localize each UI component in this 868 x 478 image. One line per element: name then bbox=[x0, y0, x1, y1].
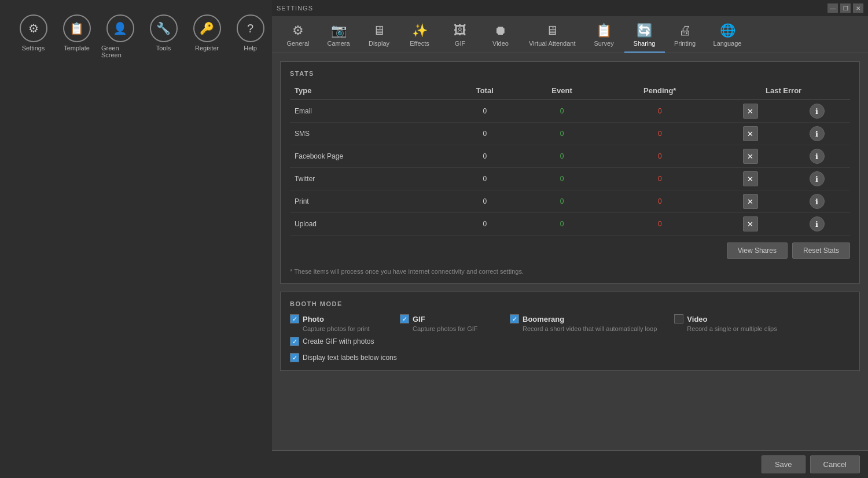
restore-button[interactable]: ❐ bbox=[840, 3, 851, 13]
booth-option-label-gif: GIF bbox=[413, 315, 425, 323]
reset-stats-button[interactable]: Reset Stats bbox=[792, 242, 850, 259]
stat-clear-btn-cell[interactable]: ✕ bbox=[717, 123, 784, 145]
stat-info-button[interactable]: ℹ bbox=[810, 216, 825, 231]
stat-info-button[interactable]: ℹ bbox=[810, 194, 825, 209]
stat-type: Upload bbox=[290, 213, 448, 236]
nav-item-language[interactable]: 🌐 Language bbox=[705, 20, 750, 53]
language-nav-icon: 🌐 bbox=[720, 23, 735, 38]
display-nav-icon: 🖥 bbox=[373, 23, 385, 38]
stat-clear-button[interactable]: ✕ bbox=[743, 149, 758, 164]
printing-nav-icon: 🖨 bbox=[679, 23, 692, 38]
booth-mode-panel: BOOTH MODE ✓PhotoCapture photos for prin… bbox=[280, 292, 860, 371]
col-lasterror: Last Error bbox=[717, 84, 850, 100]
gif-nav-icon: 🖼 bbox=[454, 23, 466, 38]
stat-type: SMS bbox=[290, 123, 448, 145]
stat-info-button[interactable]: ℹ bbox=[810, 126, 825, 141]
stat-total: 0 bbox=[448, 213, 521, 236]
stat-clear-btn-cell[interactable]: ✕ bbox=[717, 145, 784, 168]
close-button[interactable]: ✕ bbox=[853, 3, 863, 13]
register-icon: 🔑 bbox=[193, 14, 221, 42]
stat-event: 0 bbox=[521, 190, 603, 213]
checkbox-gif[interactable]: ✓ bbox=[400, 314, 409, 323]
stat-clear-button[interactable]: ✕ bbox=[743, 104, 758, 119]
booth-option-gif: ✓GIFCapture photos for GIF bbox=[400, 314, 492, 332]
stat-info-button[interactable]: ℹ bbox=[810, 104, 825, 119]
survey-nav-icon: 📋 bbox=[596, 23, 612, 38]
checkbox-boomerang[interactable]: ✓ bbox=[510, 314, 519, 323]
sidebar-item-settings[interactable]: ⚙ Settings bbox=[12, 12, 55, 61]
title-bar: SETTINGS — ❐ ✕ bbox=[272, 0, 868, 16]
display-text-labels-item: ✓ Display text labels below icons bbox=[290, 353, 850, 362]
greenscreen-icon: 👤 bbox=[106, 14, 134, 42]
nav-item-sharing[interactable]: 🔄 Sharing bbox=[624, 20, 665, 53]
checkbox-create_gif[interactable]: ✓ bbox=[290, 337, 299, 346]
table-row: SMS 0 0 0 ✕ ℹ bbox=[290, 123, 850, 145]
checkbox-video[interactable] bbox=[674, 314, 683, 323]
stat-clear-btn-cell[interactable]: ✕ bbox=[717, 190, 784, 213]
nav-item-video[interactable]: ⏺ Video bbox=[480, 20, 521, 53]
stat-pending: 0 bbox=[602, 213, 717, 236]
stats-panel: STATS Type Total Event Pending* Last Err… bbox=[280, 61, 860, 284]
nav-item-camera[interactable]: 📷 Camera bbox=[318, 20, 359, 53]
cancel-button[interactable]: Cancel bbox=[810, 455, 860, 473]
booth-option-label-video: Video bbox=[687, 315, 707, 323]
stat-info-button[interactable]: ℹ bbox=[810, 149, 825, 164]
stat-info-btn-cell[interactable]: ℹ bbox=[784, 100, 850, 123]
stat-total: 0 bbox=[448, 168, 521, 190]
minimize-button[interactable]: — bbox=[827, 3, 838, 13]
scroll-area[interactable]: STATS Type Total Event Pending* Last Err… bbox=[272, 53, 868, 450]
stat-event: 0 bbox=[521, 100, 603, 123]
nav-item-general[interactable]: ⚙ General bbox=[278, 20, 318, 53]
stat-pending: 0 bbox=[602, 145, 717, 168]
save-button[interactable]: Save bbox=[762, 455, 806, 473]
nav-item-display[interactable]: 🖥 Display bbox=[359, 20, 399, 53]
stat-info-btn-cell[interactable]: ℹ bbox=[784, 123, 850, 145]
stat-clear-button[interactable]: ✕ bbox=[743, 126, 758, 141]
sharing-nav-icon: 🔄 bbox=[637, 23, 652, 38]
nav-item-printing[interactable]: 🖨 Printing bbox=[665, 20, 705, 53]
stat-clear-btn-cell[interactable]: ✕ bbox=[717, 100, 784, 123]
table-row: Upload 0 0 0 ✕ ℹ bbox=[290, 213, 850, 236]
view-shares-button[interactable]: View Shares bbox=[727, 242, 788, 259]
checkbox-photo[interactable]: ✓ bbox=[290, 314, 299, 323]
stat-clear-button[interactable]: ✕ bbox=[743, 171, 758, 186]
booth-option-desc-video: Record a single or multiple clips bbox=[687, 325, 777, 332]
booth-grid: ✓PhotoCapture photos for print✓Create GI… bbox=[290, 314, 850, 346]
stat-total: 0 bbox=[448, 190, 521, 213]
checkbox-display-text-labels[interactable]: ✓ bbox=[290, 353, 299, 362]
booth-option-header-gif: ✓GIF bbox=[400, 314, 492, 323]
top-nav: ⚙ General 📷 Camera 🖥 Display ✨ Effects 🖼… bbox=[272, 16, 868, 53]
booth-option-header-video: Video bbox=[674, 314, 777, 323]
nav-item-virtual_attendant[interactable]: 🖥 Virtual Attendant bbox=[521, 20, 584, 53]
sidebar-item-template[interactable]: 📋 Template bbox=[55, 12, 98, 61]
sidebar-icon-list: ⚙ Settings 📋 Template 👤 Green Screen 🔧 T… bbox=[0, 6, 284, 67]
nav-item-gif[interactable]: 🖼 GIF bbox=[440, 20, 480, 53]
stat-info-button[interactable]: ℹ bbox=[810, 171, 825, 186]
stat-info-btn-cell[interactable]: ℹ bbox=[784, 190, 850, 213]
sidebar-item-register[interactable]: 🔑 Register bbox=[185, 12, 229, 61]
stat-type: Facebook Page bbox=[290, 145, 448, 168]
sidebar-item-help[interactable]: ? Help bbox=[229, 12, 272, 61]
stats-table: Type Total Event Pending* Last Error Ema… bbox=[290, 84, 850, 236]
stat-clear-button[interactable]: ✕ bbox=[743, 194, 758, 209]
nav-item-label: Virtual Attendant bbox=[529, 40, 576, 47]
sidebar-item-label: Register bbox=[195, 45, 219, 52]
sidebar-item-tools[interactable]: 🔧 Tools bbox=[142, 12, 185, 61]
stat-clear-btn-cell[interactable]: ✕ bbox=[717, 213, 784, 236]
sidebar-item-greenscreen[interactable]: 👤 Green Screen bbox=[98, 12, 142, 61]
nav-item-survey[interactable]: 📋 Survey bbox=[584, 20, 624, 53]
sidebar: ⚙ Settings 📋 Template 👤 Green Screen 🔧 T… bbox=[0, 0, 272, 478]
booth-option-label-boomerang: Boomerang bbox=[523, 315, 564, 323]
booth-sub-item-create_gif: ✓Create GIF with photos bbox=[290, 337, 382, 346]
stat-clear-btn-cell[interactable]: ✕ bbox=[717, 168, 784, 190]
nav-item-label: Printing bbox=[674, 40, 696, 47]
stat-total: 0 bbox=[448, 123, 521, 145]
stat-clear-button[interactable]: ✕ bbox=[743, 216, 758, 231]
nav-item-effects[interactable]: ✨ Effects bbox=[399, 20, 440, 53]
help-icon: ? bbox=[237, 14, 264, 42]
nav-item-label: Language bbox=[713, 40, 742, 47]
stat-info-btn-cell[interactable]: ℹ bbox=[784, 168, 850, 190]
stat-info-btn-cell[interactable]: ℹ bbox=[784, 213, 850, 236]
stats-footer-note: * These items will process once you have… bbox=[290, 264, 850, 275]
stat-info-btn-cell[interactable]: ℹ bbox=[784, 145, 850, 168]
